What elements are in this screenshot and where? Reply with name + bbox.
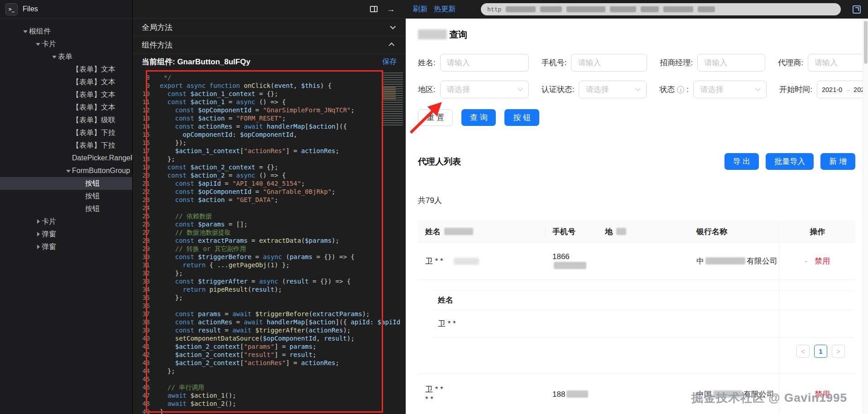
save-button[interactable]: 保存 [382, 57, 397, 67]
tree-item-label: 弹窗 [42, 230, 56, 239]
redacted-patch [444, 228, 473, 235]
tree-item[interactable]: 弹窗 [0, 228, 132, 241]
tree-item[interactable]: DatePicker.RangePi [0, 152, 132, 164]
filter-input[interactable] [697, 54, 765, 72]
expanded-header: 姓名 [432, 290, 854, 310]
table-header: 姓名 手机号 地 银行名称 操作 [418, 221, 855, 243]
agents-table: 姓名 手机号 地 银行名称 操作 卫 * * [418, 221, 855, 414]
filter-input[interactable] [571, 54, 647, 72]
date-range-picker[interactable]: 2021-0→2025-0 [817, 81, 868, 98]
chevron-down-icon[interactable] [34, 40, 42, 48]
hot-update-link[interactable]: 热更新 [434, 5, 456, 14]
current-component-label: 当前组件: GnarButton_8ulFQy [142, 57, 250, 67]
tree-item[interactable]: 【表单】文本 [0, 63, 132, 76]
tree-item[interactable]: 【表单】下拉 [0, 139, 132, 152]
range-arrow-icon: → [845, 86, 851, 93]
redacted-patch [540, 6, 562, 12]
filter-select[interactable]: 请选择 [440, 81, 529, 98]
filter-field: 状态i:请选择 [659, 81, 767, 98]
tree-item-label: FormButtonGroup [72, 167, 130, 175]
tree-item[interactable]: 【表单】级联 [0, 114, 132, 126]
pagination-page-1[interactable]: 1 [814, 345, 827, 358]
code-panel: → 全局方法 组件方法 当前组件: GnarButton_8ulFQy 保存 8… [133, 0, 406, 414]
filter-field: 地区:请选择 [418, 81, 529, 98]
url-bar[interactable]: http [481, 3, 841, 15]
split-editor-icon[interactable] [370, 6, 378, 12]
global-methods-section[interactable]: 全局方法 [133, 19, 406, 36]
redacted-patch [566, 390, 588, 398]
batch-import-button[interactable]: 批量导入 [766, 153, 814, 170]
filter-select[interactable]: 请选择 [579, 81, 647, 98]
reset-button[interactable]: 重 置 [418, 109, 453, 126]
pagination-next[interactable]: > [832, 345, 845, 358]
tree-item[interactable]: 【表单】文本 [0, 88, 132, 101]
tree-item[interactable]: 弹窗 [0, 241, 132, 253]
scrollbar[interactable] [863, 19, 868, 414]
tree-item[interactable]: 【表单】下拉 [0, 126, 132, 139]
query-button[interactable]: 查 询 [461, 109, 496, 126]
info-icon[interactable]: i [677, 86, 684, 93]
tree-item[interactable]: 表单 [0, 50, 132, 63]
tree-item[interactable]: 【表单】文本 [0, 101, 132, 114]
tree-item-label: 卡片 [42, 39, 56, 49]
generic-button[interactable]: 按 钮 [504, 109, 539, 126]
open-external-icon[interactable] [853, 5, 861, 14]
list-title: 代理人列表 [418, 156, 461, 168]
disable-link[interactable]: 禁用 [815, 256, 830, 266]
redacted-patch [616, 228, 626, 235]
scrollbar-thumb[interactable] [864, 21, 868, 64]
chevron-up-icon [388, 42, 394, 48]
cell-bank: 中有限公司 [689, 256, 780, 266]
tree-item-label: 【表单】级联 [72, 116, 115, 125]
redacted-patch [713, 390, 742, 398]
pagination-prev[interactable]: < [796, 345, 810, 358]
tree-item-label: 按钮 [85, 204, 100, 214]
chevron-right-icon[interactable] [34, 232, 42, 236]
column-actions: 操作 [780, 226, 855, 237]
current-component-row: 当前组件: GnarButton_8ulFQy 保存 [133, 54, 406, 70]
tree-item[interactable]: FormButtonGroup [0, 164, 132, 177]
code-content[interactable]: */export async function onClick(event, $… [156, 73, 406, 414]
minimap[interactable] [383, 72, 403, 127]
tree-item[interactable]: 卡片 [0, 215, 132, 228]
tree-item[interactable]: 按钮 [0, 177, 132, 190]
redacted-patch [418, 29, 447, 39]
disable-link[interactable]: 禁用 [815, 389, 830, 400]
redacted-patch [705, 257, 745, 265]
tree-item-label: 【表单】文本 [72, 65, 115, 74]
collapse-panel-icon[interactable]: → [387, 5, 395, 13]
add-button[interactable]: 新 增 [820, 153, 855, 170]
filter-label: 招商经理: [660, 58, 693, 68]
tree-item[interactable]: 卡片 [0, 38, 132, 50]
filter-select[interactable]: 请选择 [693, 81, 767, 98]
redacted-patch [641, 6, 659, 12]
tree-item[interactable]: 【表单】文本 [0, 76, 132, 88]
tree-item-label: 弹窗 [42, 242, 56, 252]
filter-input[interactable] [808, 54, 868, 72]
terminal-icon[interactable]: >_ [5, 3, 18, 15]
component-methods-section[interactable]: 组件方法 [133, 36, 406, 54]
chevron-right-icon[interactable] [34, 245, 42, 249]
line-numbers: 8910111213141516171819202122232425262728… [133, 73, 156, 414]
tree-item[interactable]: 按钮 [0, 190, 132, 202]
chevron-down-icon[interactable] [65, 167, 72, 175]
tree-item[interactable]: 按钮 [0, 202, 132, 215]
refresh-link[interactable]: 刷新 [413, 5, 427, 14]
list-actions: 导 出 批量导入 新 增 [724, 153, 855, 170]
pagination: < 1 > [418, 345, 845, 358]
redacted-patch [506, 6, 536, 12]
list-header: 代理人列表 导 出 批量导入 新 增 [418, 153, 855, 170]
table-row: 卫 * * 1866 中有限公司 - 禁用 [418, 243, 855, 280]
code-editor[interactable]: 8910111213141516171819202122232425262728… [133, 70, 406, 414]
filter-field: 手机号: [542, 54, 647, 72]
filter-input[interactable] [440, 54, 529, 72]
tree-item[interactable]: 根组件 [0, 25, 132, 38]
chevron-down-icon[interactable] [51, 53, 58, 61]
export-button[interactable]: 导 出 [724, 153, 759, 170]
chevron-down-icon [390, 24, 396, 29]
column-name: 姓名 [418, 226, 545, 237]
cell-phone: 188 [545, 390, 598, 399]
chevron-down-icon[interactable] [22, 28, 29, 35]
redacted-patch [554, 262, 586, 269]
chevron-right-icon[interactable] [34, 219, 42, 224]
